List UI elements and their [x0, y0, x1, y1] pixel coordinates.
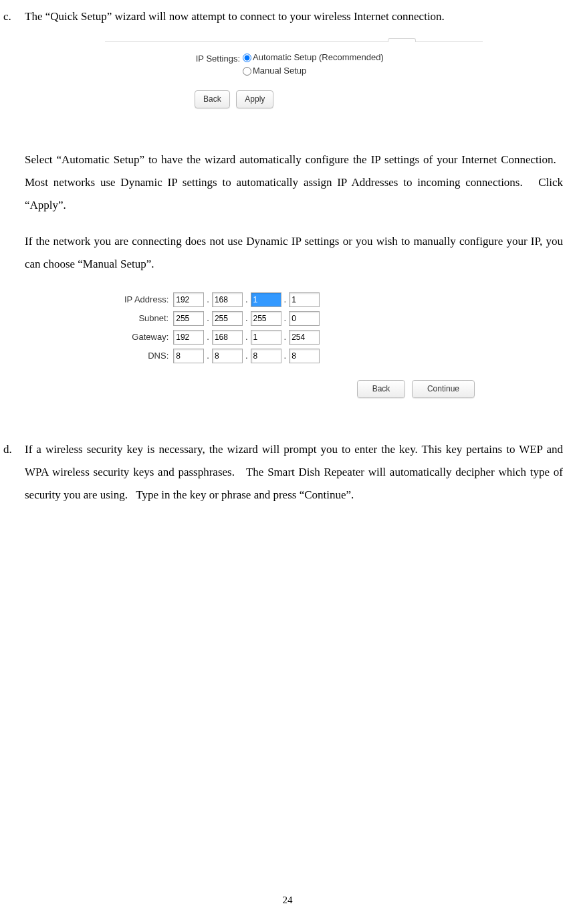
list-item-d: d. If a wireless security key is necessa… [3, 438, 563, 520]
item-c-para-1: The “Quick Setup” wizard will now attemp… [25, 5, 563, 28]
back-button[interactable]: Back [195, 90, 230, 108]
ip-octet-1[interactable] [173, 292, 204, 307]
page-number: 24 [0, 895, 575, 905]
ip-octet-4[interactable] [289, 292, 320, 307]
list-body-c: The “Quick Setup” wizard will now attemp… [25, 5, 563, 438]
list-item-c: c. The “Quick Setup” wizard will now att… [3, 5, 563, 438]
list-body-d: If a wireless security key is necessary,… [25, 438, 563, 520]
ip-settings-label: IP Settings: [193, 52, 243, 78]
subnet-octet-2[interactable] [212, 311, 243, 326]
list-marker-c: c. [3, 5, 25, 438]
dns-octet-3[interactable] [251, 349, 281, 363]
radio-manual-setup-label: Manual Setup [253, 65, 306, 77]
radio-automatic-setup-label: Automatic Setup (Recommended) [253, 52, 384, 64]
screenshot-ip-settings: IP Settings: Automatic Setup (Recommende… [105, 41, 483, 108]
screenshot-manual-ip: IP Address: ... Subnet: ... Gateway: [105, 289, 483, 398]
subnet-label: Subnet: [124, 310, 172, 327]
ip-octet-2[interactable] [212, 292, 243, 307]
continue-button[interactable]: Continue [412, 380, 475, 398]
item-c-para-3: If the network you are connecting does n… [25, 230, 563, 276]
list-marker-d: d. [3, 438, 25, 520]
gateway-octet-2[interactable] [212, 330, 243, 345]
gateway-octet-4[interactable] [289, 330, 320, 345]
subnet-octet-4[interactable] [289, 311, 320, 326]
apply-button[interactable]: Apply [236, 90, 273, 108]
gateway-octet-3[interactable] [251, 330, 281, 345]
dns-octet-4[interactable] [289, 349, 320, 363]
ip-address-label: IP Address: [124, 292, 172, 308]
radio-manual-setup[interactable] [243, 67, 251, 76]
tab-bar-decoration [105, 41, 483, 42]
back-button[interactable]: Back [357, 380, 406, 398]
ip-octet-3[interactable] [251, 292, 281, 307]
subnet-octet-1[interactable] [173, 311, 204, 326]
radio-automatic-setup[interactable] [243, 54, 251, 62]
dns-octet-1[interactable] [173, 349, 204, 363]
subnet-octet-3[interactable] [251, 311, 281, 326]
gateway-label: Gateway: [124, 329, 172, 345]
item-d-para-1: If a wireless security key is necessary,… [25, 438, 563, 506]
gateway-octet-1[interactable] [173, 330, 204, 345]
dns-octet-2[interactable] [212, 349, 243, 363]
item-c-para-2: Select “Automatic Setup” to have the wiz… [25, 149, 563, 217]
dns-label: DNS: [124, 348, 172, 364]
